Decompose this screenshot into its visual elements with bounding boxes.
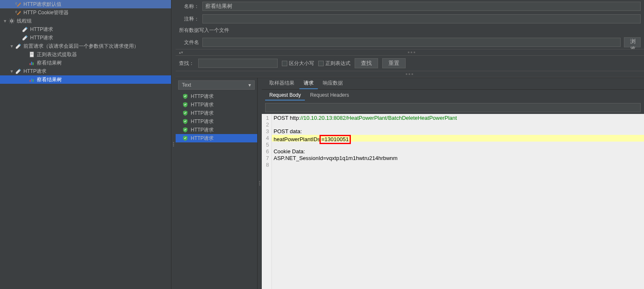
results-splitter[interactable]: ••• bbox=[258, 78, 262, 289]
wrench-icon bbox=[15, 1, 22, 8]
dropper-icon bbox=[15, 43, 22, 49]
comment-input[interactable] bbox=[202, 14, 641, 23]
result-item-label: HTTP请求 bbox=[191, 118, 214, 125]
tree-panel: HTTP请求默认值HTTP Cookie管理器▾线程组HTTP请求HTTP请求▾… bbox=[0, 0, 171, 289]
shield-icon bbox=[182, 110, 188, 116]
drag-dots-icon: ••• bbox=[406, 71, 414, 77]
result-item-label: HTTP请求 bbox=[191, 101, 214, 108]
code-line[interactable]: POST http://10.10.20.13:8082/HeatPowerPl… bbox=[272, 115, 644, 121]
regex-checkbox[interactable]: 正则表达式 bbox=[318, 60, 350, 67]
name-label: 名称： bbox=[179, 3, 199, 10]
browse-button[interactable]: 浏览... bbox=[624, 37, 641, 47]
code-line[interactable] bbox=[272, 121, 644, 128]
code-line[interactable] bbox=[272, 162, 644, 168]
find-button[interactable]: 查找 bbox=[355, 58, 378, 68]
case-checkbox[interactable]: 区分大小写 bbox=[282, 60, 314, 67]
result-item[interactable]: HTTP请求 bbox=[176, 117, 257, 126]
name-input[interactable] bbox=[202, 2, 641, 11]
tree-item[interactable]: HTTP请求 bbox=[0, 34, 171, 42]
main-tab[interactable]: 响应数据 bbox=[319, 78, 347, 89]
checkbox-icon bbox=[318, 61, 324, 66]
wrench-icon bbox=[15, 9, 22, 16]
shield-icon bbox=[182, 93, 188, 99]
main-tabs: 取样器结果请求响应数据 bbox=[262, 78, 644, 90]
reset-button[interactable]: 重置 bbox=[382, 58, 406, 68]
tree-toggle-icon[interactable]: ▾ bbox=[8, 68, 15, 74]
result-item[interactable]: HTTP请求 bbox=[176, 101, 257, 109]
chevron-up-down-icon: ▴▾ bbox=[179, 50, 183, 54]
result-item[interactable]: HTTP请求 bbox=[176, 92, 257, 101]
code-line[interactable]: POST data: bbox=[272, 128, 644, 135]
result-item[interactable]: HTTP请求 bbox=[176, 134, 257, 142]
comment-label: 注释： bbox=[179, 15, 199, 23]
filename-input[interactable] bbox=[202, 38, 621, 47]
svg-rect-5 bbox=[31, 62, 32, 65]
code-line[interactable]: ASP.NET_SessionId=vqxtp1q1m1hwtru214hrbw… bbox=[272, 155, 644, 162]
result-item[interactable]: HTTP请求 bbox=[176, 109, 257, 117]
collapse-bar-2[interactable]: ••• bbox=[176, 71, 644, 77]
svg-rect-6 bbox=[33, 62, 34, 65]
tree-toggle-icon[interactable]: ▾ bbox=[2, 18, 8, 24]
render-dropdown[interactable]: Text ▾ bbox=[178, 80, 255, 90]
tree-item-label: HTTP请求默认值 bbox=[23, 1, 61, 8]
tree-item[interactable]: HTTP Cookie管理器 bbox=[0, 8, 171, 17]
checkbox-icon bbox=[282, 61, 287, 66]
tree-item[interactable]: 正则表达式提取器 bbox=[0, 50, 171, 59]
tree-item[interactable]: ▾前置请求（该请求会返回一个参数供下次请求使用） bbox=[0, 42, 171, 50]
tree-item[interactable]: ▾HTTP请求 bbox=[0, 67, 171, 75]
tree-toggle-icon[interactable]: ▾ bbox=[8, 43, 15, 49]
panel-splitter[interactable]: ••• bbox=[171, 0, 176, 289]
code-line[interactable]: Cookie Data: bbox=[272, 148, 644, 155]
tree-item-label: HTTP请求 bbox=[23, 68, 46, 75]
sub-tab[interactable]: Request Body bbox=[265, 90, 305, 101]
collapse-bar-1[interactable]: ▴▾ ••• bbox=[176, 49, 644, 56]
tree-item-label: 正则表达式提取器 bbox=[37, 51, 77, 58]
chart-icon bbox=[28, 59, 35, 66]
doc-icon bbox=[28, 51, 35, 58]
code-line[interactable]: heatPowerPlantIDs=13010051 bbox=[272, 135, 644, 142]
request-body-viewer[interactable]: 12345678 POST http://10.10.20.13:8082/He… bbox=[262, 114, 644, 289]
shield-icon bbox=[182, 135, 188, 141]
dropper-icon bbox=[15, 68, 22, 75]
tree-item[interactable]: HTTP请求默认值 bbox=[0, 0, 171, 8]
filename-label: 文件名 bbox=[179, 39, 199, 46]
main-tab[interactable]: 取样器结果 bbox=[265, 78, 299, 89]
tree-item[interactable]: 察看结果树 bbox=[0, 59, 171, 67]
right-panel: 名称： 注释： 所有数据写入一个文件 文件名 浏览... ▴▾ ••• 查找： … bbox=[176, 0, 644, 289]
result-item-label: HTTP请求 bbox=[191, 126, 214, 134]
result-item-label: HTTP请求 bbox=[191, 135, 214, 142]
dropper-icon bbox=[22, 26, 28, 33]
tree-item-label: 察看结果树 bbox=[37, 59, 62, 67]
sub-tab[interactable]: Request Headers bbox=[306, 90, 353, 101]
tree-item-label: 前置请求（该请求会返回一个参数供下次请求使用） bbox=[23, 43, 139, 50]
filter-input[interactable] bbox=[265, 103, 641, 112]
shield-icon bbox=[182, 119, 188, 124]
tree-item-label: HTTP Cookie管理器 bbox=[23, 9, 69, 16]
svg-rect-9 bbox=[33, 79, 34, 82]
file-section-header: 所有数据写入一个文件 bbox=[176, 25, 644, 36]
tree-item-label: HTTP请求 bbox=[30, 26, 53, 33]
svg-point-0 bbox=[10, 20, 13, 22]
tree-item-label: 线程组 bbox=[17, 18, 32, 25]
dropper-icon bbox=[22, 34, 28, 41]
drag-dots-icon: ••• bbox=[408, 49, 417, 56]
tree-item[interactable]: ▾线程组 bbox=[0, 17, 171, 25]
main-tab[interactable]: 请求 bbox=[299, 78, 318, 89]
tree-item-label: HTTP请求 bbox=[30, 34, 53, 41]
search-label: 查找： bbox=[179, 60, 194, 67]
gear-icon bbox=[8, 18, 15, 24]
tree-item[interactable]: 察看结果树 bbox=[0, 75, 171, 84]
shield-icon bbox=[182, 102, 188, 108]
tree-item[interactable]: HTTP请求 bbox=[0, 25, 171, 34]
chevron-down-icon: ▾ bbox=[248, 82, 251, 88]
svg-rect-7 bbox=[30, 80, 31, 82]
result-item[interactable]: HTTP请求 bbox=[176, 126, 257, 134]
svg-rect-8 bbox=[31, 78, 32, 82]
tree-item-label: 察看结果树 bbox=[37, 76, 62, 83]
sub-tabs: Request BodyRequest Headers bbox=[262, 90, 644, 101]
result-item-label: HTTP请求 bbox=[191, 93, 214, 100]
search-input[interactable] bbox=[198, 59, 278, 68]
chart-icon bbox=[28, 76, 35, 83]
shield-icon bbox=[182, 127, 188, 133]
results-list-panel: Text ▾ HTTP请求HTTP请求HTTP请求HTTP请求HTTP请求HTT… bbox=[176, 78, 258, 289]
